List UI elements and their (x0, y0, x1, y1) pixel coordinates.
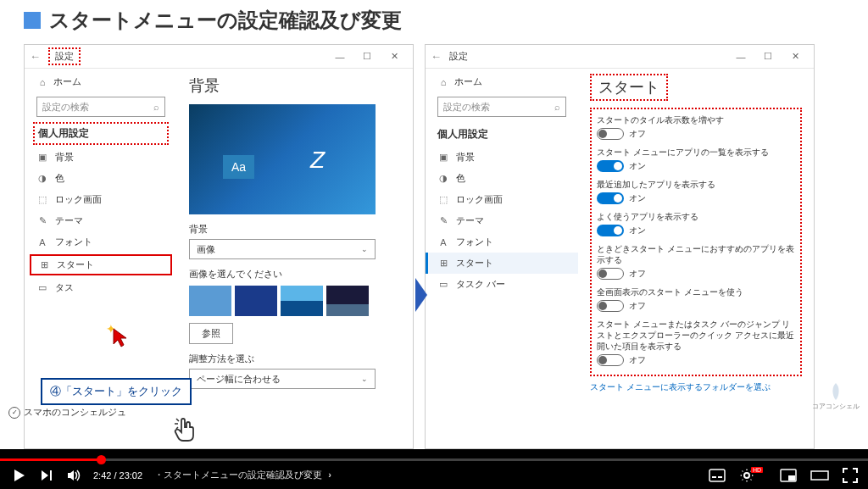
theater-button[interactable] (810, 469, 829, 482)
main-heading: スタート (590, 74, 668, 101)
settings-button[interactable]: HD (739, 468, 766, 483)
toggle-label: 全画面表示のスタート メニューを使う (597, 286, 795, 297)
watermark-label: コアコンシェル (812, 402, 860, 411)
svg-rect-4 (788, 475, 795, 481)
fit-dropdown[interactable]: ページ幅に合わせる ⌄ (189, 369, 376, 389)
dropdown-value: 画像 (197, 243, 215, 256)
sidebar-item-label: ロック画面 (456, 193, 503, 206)
toggle-switch[interactable] (597, 268, 624, 280)
play-button[interactable] (10, 467, 27, 484)
sidebar-item-themes[interactable]: ✎ テーマ (25, 210, 177, 231)
start-icon: ⊞ (437, 258, 449, 270)
back-icon[interactable]: ← (30, 50, 43, 64)
toggle-switch[interactable] (597, 354, 624, 366)
settings-window-right: ← 設定 — ☐ ✕ ⌂ ホーム 設定の検索 ⌕ 個人用設定 (425, 44, 815, 449)
sidebar-item-label: タス (55, 281, 74, 294)
channel-logo: ✓ スマホのコンシェルジュ (8, 406, 126, 419)
sidebar-item-label: ロック画面 (55, 193, 102, 206)
toggle-switch[interactable] (597, 160, 624, 172)
thumbnail-1[interactable] (189, 286, 231, 316)
toggle-most-used: よく使うアプリを表示する オン (597, 211, 795, 236)
minimize-icon[interactable]: — (727, 45, 754, 69)
toggle-label: スタート メニューにアプリの一覧を表示する (597, 147, 795, 158)
sidebar-item-label: 背景 (55, 151, 74, 164)
taskbar-icon: ▭ (437, 279, 449, 291)
sidebar-item-label: テーマ (55, 214, 83, 227)
back-icon[interactable]: ← (431, 50, 444, 64)
browse-button[interactable]: 参照 (189, 323, 233, 344)
sidebar-item-start[interactable]: ⊞ スタート (426, 253, 578, 274)
main-content-right: スタート スタートのタイル表示数を増やす オフ スタート メニューにアプリの一覧… (578, 69, 814, 448)
sidebar-item-start[interactable]: ⊞ スタート (30, 254, 172, 275)
lock-icon: ⬚ (36, 194, 48, 206)
palette-icon: ◑ (437, 173, 449, 185)
toggle-label: よく使うアプリを表示する (597, 211, 795, 222)
toggle-switch[interactable] (597, 225, 624, 236)
toggle-jumplists: スタート メニューまたはタスク バーのジャンプ リストとエクスプローラーのクイッ… (597, 319, 795, 366)
search-input[interactable]: 設定の検索 ⌕ (437, 97, 566, 117)
sidebar-item-fonts[interactable]: A フォント (25, 231, 177, 253)
image-icon: ▣ (36, 152, 48, 164)
search-placeholder: 設定の検索 (443, 101, 490, 114)
player-controls: 2:42 / 23:02 ・スタートメニューの設定確認及び変更 › HD (0, 461, 868, 489)
window-titlebar: ← 設定 — ☐ ✕ (426, 45, 814, 69)
chapter-title[interactable]: ・スタートメニューの設定確認及び変更 › (154, 469, 331, 481)
volume-button[interactable] (66, 468, 81, 483)
main-content-left: 背景 Z 背景 画像 ⌄ 画像を選んでください (177, 69, 413, 448)
toggle-state: オン (629, 225, 646, 236)
close-icon[interactable]: ✕ (381, 45, 408, 69)
minimize-icon[interactable]: — (326, 45, 353, 69)
maximize-icon[interactable]: ☐ (353, 45, 381, 69)
toggle-state: オフ (629, 354, 646, 366)
preview-z-icon: Z (310, 147, 325, 174)
search-input[interactable]: 設定の検索 ⌕ (36, 97, 165, 117)
main-heading: 背景 (189, 75, 401, 96)
choose-folders-link[interactable]: スタート メニューに表示するフォルダーを選ぶ (590, 381, 802, 393)
toggle-fullscreen: 全画面表示のスタート メニューを使う オフ (597, 286, 795, 312)
thumbnail-2[interactable] (235, 286, 277, 316)
search-placeholder: 設定の検索 (42, 101, 89, 114)
sidebar-item-fonts[interactable]: A フォント (426, 231, 578, 253)
home-link[interactable]: ⌂ ホーム (426, 72, 578, 92)
sidebar-item-colors[interactable]: ◑ 色 (426, 168, 578, 189)
arrow-right-icon (415, 278, 427, 312)
sidebar-item-themes[interactable]: ✎ テーマ (426, 210, 578, 231)
taskbar-icon: ▭ (36, 282, 48, 294)
svg-rect-5 (811, 471, 828, 480)
toggle-state: オフ (629, 128, 646, 140)
fit-label: 調整方法を選ぶ (189, 353, 401, 365)
thumbnail-3[interactable] (281, 286, 323, 316)
sidebar-item-background[interactable]: ▣ 背景 (426, 147, 578, 168)
search-icon: ⌕ (554, 102, 560, 112)
subtitles-button[interactable] (709, 469, 726, 482)
sidebar-item-label: フォント (55, 236, 92, 248)
start-icon: ⊞ (38, 259, 50, 271)
toggle-switch[interactable] (597, 192, 624, 204)
toggles-highlight-box: スタートのタイル表示数を増やす オフ スタート メニューにアプリの一覧を表示する… (590, 108, 802, 376)
toggle-switch[interactable] (597, 300, 624, 312)
thumbnail-4[interactable] (326, 286, 369, 316)
sidebar-item-taskbar[interactable]: ▭ タスク バー (426, 274, 578, 295)
home-link[interactable]: ⌂ ホーム (25, 72, 177, 92)
next-button[interactable] (39, 468, 54, 483)
fullscreen-button[interactable] (843, 468, 858, 483)
toggle-label: スタート メニューまたはタスク バーのジャンプ リストとエクスプローラーのクイッ… (597, 319, 795, 352)
sidebar-item-colors[interactable]: ◑ 色 (25, 168, 177, 189)
toggle-state: オフ (629, 268, 646, 280)
chevron-down-icon: ⌄ (361, 245, 368, 253)
toggle-label: 最近追加したアプリを表示する (597, 179, 795, 190)
window-title: 設定 (48, 47, 81, 65)
bg-type-dropdown[interactable]: 画像 ⌄ (189, 239, 376, 259)
close-icon[interactable]: ✕ (782, 45, 809, 69)
miniplayer-button[interactable] (780, 469, 797, 482)
toggle-switch[interactable] (597, 128, 624, 140)
sidebar-item-label: タスク バー (456, 278, 505, 291)
sidebar-item-taskbar[interactable]: ▭ タス (25, 277, 177, 298)
toggle-state: オフ (629, 300, 646, 312)
sidebar-item-lockscreen[interactable]: ⬚ ロック画面 (426, 189, 578, 210)
toggle-app-list: スタート メニューにアプリの一覧を表示する オン (597, 147, 795, 172)
sidebar-item-lockscreen[interactable]: ⬚ ロック画面 (25, 189, 177, 210)
sidebar-item-background[interactable]: ▣ 背景 (25, 147, 177, 168)
maximize-icon[interactable]: ☐ (754, 45, 782, 69)
toggle-state: オン (629, 192, 646, 204)
